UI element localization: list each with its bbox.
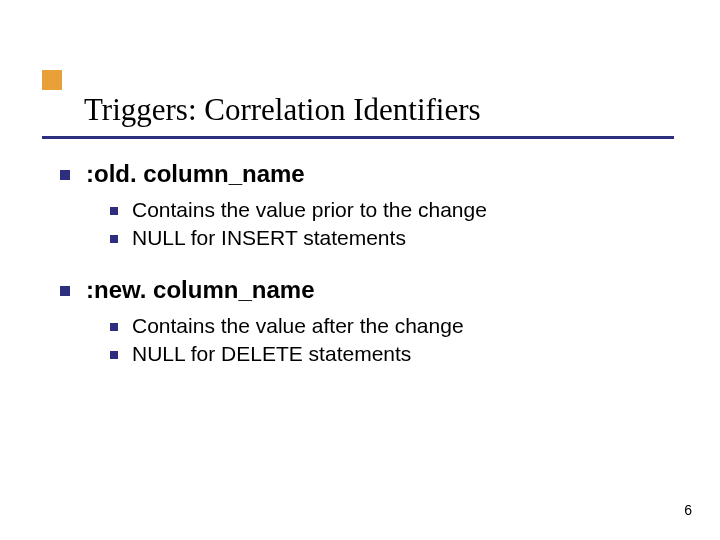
content-area: :old. column_name Contains the value pri… [60, 160, 680, 392]
square-bullet-icon [60, 170, 70, 180]
list-item-label: :new. column_name [86, 276, 315, 304]
title-underline [42, 136, 674, 139]
list-item-label: Contains the value prior to the change [132, 198, 487, 222]
list-item-label: :old. column_name [86, 160, 305, 188]
list-item: NULL for DELETE statements [110, 342, 680, 366]
list-item-label: Contains the value after the change [132, 314, 464, 338]
square-bullet-icon [60, 286, 70, 296]
slide-title: Triggers: Correlation Identifiers [84, 92, 680, 134]
list-item: Contains the value prior to the change [110, 198, 680, 222]
list-item: NULL for INSERT statements [110, 226, 680, 250]
accent-square [42, 70, 62, 90]
list-item-label: NULL for INSERT statements [132, 226, 406, 250]
slide: Triggers: Correlation Identifiers :old. … [0, 0, 720, 540]
page-number: 6 [684, 502, 692, 518]
title-area: Triggers: Correlation Identifiers [84, 92, 680, 139]
square-bullet-icon [110, 235, 118, 243]
list-item: :old. column_name [60, 160, 680, 188]
square-bullet-icon [110, 323, 118, 331]
square-bullet-icon [110, 351, 118, 359]
list-item: Contains the value after the change [110, 314, 680, 338]
sublist: Contains the value after the change NULL… [110, 314, 680, 366]
list-item: :new. column_name [60, 276, 680, 304]
sublist: Contains the value prior to the change N… [110, 198, 680, 250]
list-item-label: NULL for DELETE statements [132, 342, 411, 366]
square-bullet-icon [110, 207, 118, 215]
